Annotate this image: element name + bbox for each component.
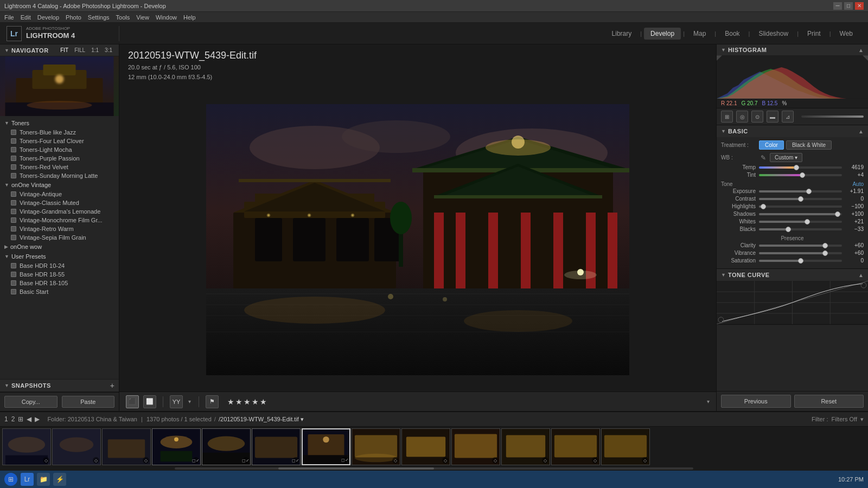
- blacks-slider[interactable]: [759, 228, 842, 230]
- menu-settings[interactable]: Settings: [88, 14, 110, 21]
- spot-tool[interactable]: ◎: [736, 111, 748, 123]
- reset-button[interactable]: Reset: [794, 395, 864, 408]
- tone-curve-collapse[interactable]: ▲: [858, 272, 864, 278]
- filter-off-button[interactable]: Filters Off: [832, 416, 857, 422]
- film-thumb-6[interactable]: ◻✓: [252, 428, 301, 465]
- saturation-slider[interactable]: [759, 260, 842, 262]
- film-thumb-5[interactable]: ◻✓: [202, 428, 251, 465]
- color-button[interactable]: Color: [759, 140, 784, 150]
- tab-web[interactable]: Web: [833, 28, 859, 40]
- brush-tool[interactable]: ⊿: [782, 111, 794, 123]
- preset-toners-sunday[interactable]: Toners-Sunday Morning Latte: [0, 171, 119, 180]
- close-button[interactable]: ✕: [855, 2, 864, 10]
- film-thumb-7[interactable]: ◻✓: [302, 428, 350, 465]
- tab-map[interactable]: Map: [687, 28, 712, 40]
- film-thumb-3[interactable]: ◇: [102, 428, 151, 465]
- preset-vintage-sepia[interactable]: Vintage-Sepia Film Grain: [0, 233, 119, 242]
- star-5[interactable]: ★: [260, 397, 267, 406]
- crop-tool[interactable]: ⊞: [721, 111, 733, 123]
- contrast-thumb[interactable]: [798, 196, 803, 202]
- filmstrip-file[interactable]: /20120519-WTW_5439-Edit.tif ▾: [219, 416, 304, 422]
- film-thumb-1[interactable]: ◇: [2, 428, 51, 465]
- preset-toners-red[interactable]: Toners-Red Velvet: [0, 163, 119, 171]
- film-thumb-10[interactable]: ◇: [451, 428, 500, 465]
- exposure-thumb[interactable]: [806, 189, 812, 194]
- fit-btn-1to1[interactable]: 1:1: [89, 47, 101, 54]
- film-thumb-8[interactable]: ◇: [352, 428, 400, 465]
- basic-panel-header[interactable]: ▼ Basic ▲: [717, 125, 868, 137]
- fit-btn-fit[interactable]: FIT: [58, 47, 71, 54]
- menu-window[interactable]: Window: [156, 14, 177, 21]
- highlights-thumb[interactable]: [761, 204, 766, 209]
- tint-thumb[interactable]: [800, 172, 805, 178]
- taskbar-app-3[interactable]: ⚡: [53, 473, 66, 486]
- film-thumb-4[interactable]: ◻✓: [152, 428, 201, 465]
- nav-1-button[interactable]: 1: [4, 415, 8, 423]
- sort-button[interactable]: YY: [170, 395, 183, 408]
- preset-user-basic[interactable]: Basic Start: [0, 287, 119, 296]
- preset-group-onone-header[interactable]: ▶ onOne wow: [0, 242, 119, 252]
- temp-thumb[interactable]: [794, 165, 799, 170]
- film-thumb-9[interactable]: ◇: [401, 428, 450, 465]
- paste-button[interactable]: Paste: [62, 396, 115, 408]
- navigator-header[interactable]: ▼ Navigator FIT FILL 1:1 3:1: [0, 44, 119, 56]
- maximize-button[interactable]: □: [844, 2, 853, 10]
- contrast-slider[interactable]: [759, 198, 842, 200]
- highlights-slider[interactable]: [759, 206, 842, 208]
- preset-group-toners-header[interactable]: ▼ Toners: [0, 118, 119, 128]
- copy-button[interactable]: Copy...: [4, 396, 58, 408]
- shadows-thumb[interactable]: [835, 211, 840, 217]
- preset-user-hdr1024[interactable]: Base HDR 10-24: [0, 261, 119, 270]
- view-compare-button[interactable]: ⬜: [143, 395, 156, 408]
- right-panel-content[interactable]: ▼ Basic ▲ Treatment : Color Black & Whit…: [717, 125, 868, 391]
- tab-book[interactable]: Book: [718, 28, 746, 40]
- whites-slider[interactable]: [759, 221, 842, 223]
- film-thumb-12[interactable]: ◇: [551, 428, 600, 465]
- vibrance-slider[interactable]: [759, 252, 842, 254]
- preset-toners-blue[interactable]: Toners-Blue like Jazz: [0, 128, 119, 137]
- auto-button[interactable]: Auto: [852, 181, 864, 187]
- tab-develop[interactable]: Develop: [644, 28, 681, 40]
- preset-vintage-grandma[interactable]: Vintage-Grandma's Lemonade: [0, 207, 119, 216]
- clarity-thumb[interactable]: [822, 243, 828, 248]
- exposure-slider[interactable]: [759, 190, 842, 192]
- filter-expand[interactable]: ▾: [860, 416, 864, 423]
- expand-icon[interactable]: ▾: [707, 399, 710, 404]
- preset-user-hdr18105[interactable]: Base HDR 18-105: [0, 279, 119, 287]
- clarity-slider[interactable]: [759, 245, 842, 247]
- next-film-button[interactable]: ▶: [35, 415, 40, 423]
- preset-vintage-mono[interactable]: Vintage-Monochrome Film Gr...: [0, 216, 119, 224]
- preset-group-vintage-header[interactable]: ▼ onOne Vintage: [0, 180, 119, 190]
- preset-vintage-antique[interactable]: Vintage-Antique: [0, 190, 119, 198]
- nav-2-button[interactable]: 2: [11, 415, 15, 423]
- tab-library[interactable]: Library: [605, 28, 639, 40]
- vibrance-thumb[interactable]: [822, 251, 828, 256]
- star-1[interactable]: ★: [227, 397, 234, 406]
- menu-edit[interactable]: Edit: [21, 14, 31, 21]
- prev-film-button[interactable]: ◀: [27, 415, 31, 423]
- tab-slideshow[interactable]: Slideshow: [752, 28, 795, 40]
- star-4[interactable]: ★: [252, 397, 259, 406]
- previous-button[interactable]: Previous: [721, 395, 791, 408]
- scroll-thumb[interactable]: [278, 467, 434, 470]
- menu-photo[interactable]: Photo: [66, 14, 81, 21]
- preset-toners-purple[interactable]: Toners-Purple Passion: [0, 154, 119, 163]
- histogram-collapse[interactable]: ▲: [858, 47, 864, 53]
- preset-vintage-retro[interactable]: Vintage-Retro Warm: [0, 224, 119, 233]
- menu-file[interactable]: File: [4, 14, 14, 21]
- flag-button[interactable]: ⚑: [206, 395, 219, 408]
- gradient-tool[interactable]: ▬: [767, 111, 778, 123]
- preset-vintage-classic[interactable]: Vintage-Classic Muted: [0, 198, 119, 207]
- menu-help[interactable]: Help: [183, 14, 196, 21]
- fit-btn-fill[interactable]: FILL: [72, 47, 87, 54]
- film-thumb-11[interactable]: ◇: [501, 428, 550, 465]
- preset-toners-clover[interactable]: Toners-Four Leaf Clover: [0, 137, 119, 145]
- minimize-button[interactable]: ─: [833, 2, 842, 10]
- preset-group-user-header[interactable]: ▼ User Presets: [0, 252, 119, 261]
- film-thumb-2[interactable]: ◇: [52, 428, 101, 465]
- wb-dropdown[interactable]: Custom ▾: [770, 153, 802, 162]
- temp-slider[interactable]: [759, 166, 842, 169]
- menu-tools[interactable]: Tools: [116, 14, 130, 21]
- view-loupe-button[interactable]: ⬛: [126, 395, 139, 408]
- snapshots-header[interactable]: ▼ Snapshots +: [0, 379, 119, 392]
